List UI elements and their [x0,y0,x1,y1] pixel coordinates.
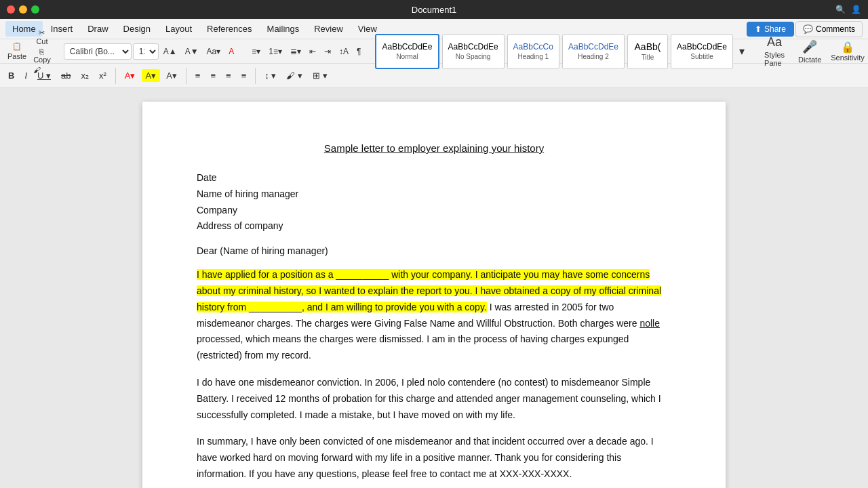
document-title: Document1 [412,5,456,15]
font-color2-button[interactable]: A▾ [162,68,181,83]
style-gallery: AaBbCcDdEe Normal AaBbCcDdEe No Spacing … [375,34,748,69]
maximize-button[interactable] [31,5,39,14]
more-styles-button[interactable]: ▾ [736,34,748,69]
highlight-button[interactable]: A▾ [142,69,161,82]
comments-button[interactable]: 💬 Comments [795,21,863,37]
traffic-lights [7,5,39,14]
sensitivity-label: Sensitivity [831,54,865,62]
bold-button[interactable]: B [4,68,18,83]
decrease-indent-button[interactable]: ⇤ [306,45,319,58]
shading-button[interactable]: 🖌 ▾ [282,68,307,83]
menu-review[interactable]: Review [307,21,350,37]
style-heading2-label: Heading 2 [578,53,609,60]
increase-indent-button[interactable]: ⇥ [321,45,334,58]
styles-pane-label: Styles Pane [764,51,785,67]
nolle-text: nolle [639,318,660,329]
close-button[interactable] [7,5,15,14]
address-address: Address of company [197,218,671,235]
address-block: Date Name of hiring manager Company Addr… [197,170,671,235]
comments-icon: 💬 [803,24,813,34]
dictate-label: Dictate [798,56,821,64]
sep6 [186,68,186,84]
borders-button[interactable]: ⊞ ▾ [309,68,332,83]
document-area: Sample letter to employer explaining you… [0,88,868,488]
address-manager: Name of hiring manager [197,186,671,203]
paste-button[interactable]: 📋 Paste [4,40,30,62]
style-normal-label: Normal [396,53,418,60]
sort-button[interactable]: ↕A [336,45,352,58]
dictate-button[interactable]: 🎤 Dictate [793,37,827,66]
list-group: ≡▾ 1≡▾ ≣▾ ⇤ ⇥ ↕A ¶ [248,45,364,58]
align-left-button[interactable]: ≡ [191,68,205,83]
style-normal[interactable]: AaBbCcDdEe Normal [375,34,439,69]
style-title-label: Title [642,54,654,61]
style-subtitle-label: Subtitle [690,53,713,60]
paragraph-2: I do have one misdemeanor conviction. In… [197,375,671,423]
superscript-button[interactable]: x² [95,68,111,83]
main-area: Sample letter to employer explaining you… [0,88,868,488]
dictate-icon: 🎤 [802,39,817,54]
justify-button[interactable]: ≡ [237,68,251,83]
document-heading: Sample letter to employer explaining you… [197,142,671,154]
underline-button[interactable]: U ▾ [33,68,55,83]
numbering-button[interactable]: 1≡▾ [265,45,285,58]
paste-group: 📋 Paste ✂ Cut ⎘ Copy 🖌 [4,28,53,75]
style-title-preview: AaBb( [635,41,661,52]
font-size-select[interactable]: 12 [133,43,159,60]
show-marks-button[interactable]: ¶ [353,45,364,58]
style-heading2-preview: AaBbCcDdEe [568,42,618,52]
address-company: Company [197,203,671,219]
address-date: Date [197,170,671,186]
style-subtitle[interactable]: AaBbCcDdEe Subtitle [671,34,733,69]
toolbar-row1: 📋 Paste ✂ Cut ⎘ Copy 🖌 Calibri (Bo... 12… [0,39,868,64]
title-icons: 🔍 👤 [835,5,861,14]
style-subtitle-preview: AaBbCcDdEe [677,42,727,52]
menu-design[interactable]: Design [117,21,157,37]
comments-label: Comments [816,24,855,34]
styles-pane-icon: Aa [767,35,782,49]
greeting: Dear (Name of hiring manager) [197,245,671,256]
strikethrough-button[interactable]: ab [57,68,75,83]
sensitivity-button[interactable]: 🔒 Sensitivity [829,37,866,66]
menu-mailings[interactable]: Mailings [260,21,307,37]
style-normal-preview: AaBbCcDdEe [382,42,432,52]
style-heading2[interactable]: AaBbCcDdEe Heading 2 [562,34,625,69]
font-name-select[interactable]: Calibri (Bo... [64,43,132,60]
increase-font-button[interactable]: A▲ [160,45,180,58]
search-icon[interactable]: 🔍 [835,5,846,14]
menu-layout[interactable]: Layout [159,21,199,37]
menu-draw[interactable]: Draw [81,21,115,37]
font-group: Calibri (Bo... 12 A▲ A▼ Aa▾ A [64,43,237,60]
document-page: Sample letter to employer explaining you… [142,102,726,488]
font-color-button[interactable]: A▾ [121,68,140,83]
bullets-button[interactable]: ≡▾ [248,45,264,58]
style-no-spacing-label: No Spacing [456,53,491,60]
account-icon[interactable]: 👤 [851,5,861,14]
style-heading1[interactable]: AaBbCcCo Heading 1 [507,34,559,69]
subscript-button[interactable]: x₂ [77,68,93,83]
align-center-button[interactable]: ≡ [206,68,220,83]
cut-button[interactable]: ✂ Cut [31,28,53,46]
multilevel-list-button[interactable]: ≣▾ [287,45,304,58]
style-no-spacing[interactable]: AaBbCcDdEe No Spacing [442,34,505,69]
copy-button[interactable]: ⎘ Copy [31,47,53,64]
sep5 [115,68,116,84]
title-bar: Document1 🔍 👤 [0,0,868,19]
paragraph-1: I have applied for a position as a _____… [197,267,671,364]
menu-references[interactable]: References [200,21,258,37]
style-title[interactable]: AaBb( Title [627,34,668,69]
style-heading1-label: Heading 1 [517,53,549,60]
decrease-font-button[interactable]: A▼ [182,45,202,58]
style-no-spacing-preview: AaBbCcDdEe [448,42,498,52]
sep7 [255,68,256,84]
italic-button[interactable]: I [20,68,31,83]
change-case-button[interactable]: Aa▾ [203,45,224,58]
styles-pane-button[interactable]: Aa Styles Pane [759,33,790,70]
paragraph-3: In summary, I have only been convicted o… [197,434,671,482]
sensitivity-icon: 🔒 [841,41,854,54]
clear-format-button[interactable]: A [225,45,237,58]
line-spacing-button[interactable]: ↕ ▾ [260,68,280,83]
minimize-button[interactable] [19,5,27,14]
style-heading1-preview: AaBbCcCo [513,42,553,52]
align-right-button[interactable]: ≡ [222,68,235,83]
